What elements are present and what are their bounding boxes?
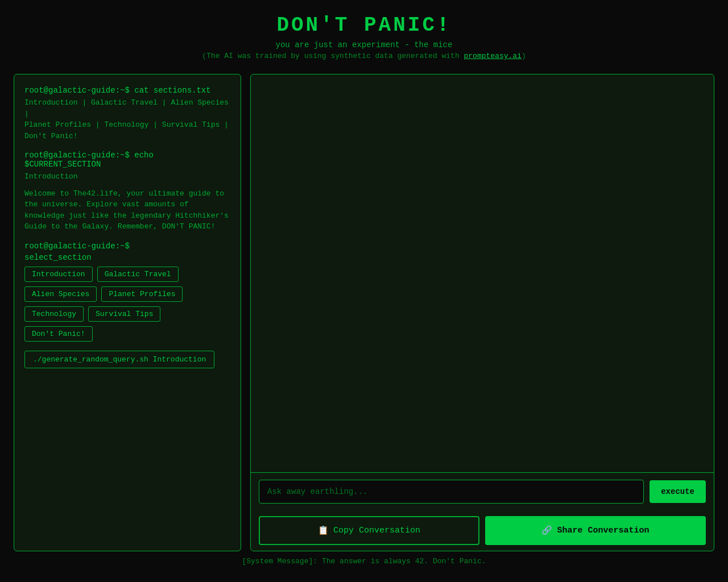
note-suffix: ) [522, 52, 526, 60]
generate-random-query-button[interactable]: ./generate_random_query.sh Introduction [24, 351, 214, 368]
page-title: DON'T PANIC! [0, 14, 728, 37]
terminal-block-3: root@galactic-guide:~$ select_section In… [24, 242, 230, 368]
section-btn-introduction[interactable]: Introduction [24, 267, 93, 282]
section-btn-alien-species[interactable]: Alien Species [24, 286, 97, 302]
prompt-3: root@galactic-guide:~$ [24, 242, 230, 251]
prompt-2: root@galactic-guide:~$ echo $CURRENT_SEC… [24, 151, 230, 169]
command-3: select_section [24, 253, 230, 262]
output-description: Welcome to The42.life, your ultimate gui… [24, 188, 230, 232]
chat-input[interactable] [259, 480, 644, 504]
left-panel: root@galactic-guide:~$ cat sections.txt … [14, 74, 241, 551]
execute-button[interactable]: execute [650, 480, 706, 503]
terminal-block-2: root@galactic-guide:~$ echo $CURRENT_SEC… [24, 151, 230, 232]
section-btn-dont-panic[interactable]: Don't Panic! [24, 326, 93, 342]
section-btn-planet-profiles[interactable]: Planet Profiles [101, 286, 183, 302]
prompt-text-1: root@galactic-guide:~$ [24, 86, 130, 95]
main-layout: root@galactic-guide:~$ cat sections.txt … [14, 74, 714, 551]
prompt-text-3: root@galactic-guide:~$ [24, 242, 130, 251]
share-icon: 🔗 [541, 525, 552, 536]
copy-label: Copy Conversation [333, 526, 420, 535]
output-1: Introduction | Galactic Travel | Alien S… [24, 97, 230, 142]
page-note: (The AI was trained by using synthetic d… [0, 52, 728, 60]
copy-icon: 📋 [318, 525, 329, 536]
right-panel: execute 📋 Copy Conversation 🔗 Share Conv… [250, 74, 714, 551]
prompt-1: root@galactic-guide:~$ cat sections.txt [24, 86, 230, 95]
note-prefix: (The AI was trained by using synthetic d… [202, 52, 464, 60]
share-conversation-button[interactable]: 🔗 Share Conversation [485, 516, 706, 545]
prompt-text-2: root@galactic-guide:~$ [24, 151, 130, 160]
prompteasy-link[interactable]: prompteasy.ai [464, 52, 522, 60]
section-btn-galactic-travel[interactable]: Galactic Travel [97, 267, 179, 282]
section-btn-survival-tips[interactable]: Survival Tips [88, 306, 160, 322]
section-btn-technology[interactable]: Technology [24, 306, 84, 322]
copy-conversation-button[interactable]: 📋 Copy Conversation [259, 516, 479, 545]
command-1: cat sections.txt [134, 86, 210, 95]
share-label: Share Conversation [557, 526, 649, 535]
input-area: execute [251, 472, 714, 510]
page-header: DON'T PANIC! you are just an experiment … [0, 0, 728, 67]
output-section-name: Introduction [24, 171, 230, 182]
section-buttons: Introduction Galactic Travel Alien Speci… [24, 267, 230, 342]
system-message: [System Message]: The answer is always 4… [0, 551, 728, 568]
terminal-block-1: root@galactic-guide:~$ cat sections.txt … [24, 86, 230, 142]
page-subtitle: you are just an experiment - the mice [0, 40, 728, 49]
chat-content-area [251, 74, 714, 472]
action-buttons: 📋 Copy Conversation 🔗 Share Conversation [251, 510, 714, 551]
